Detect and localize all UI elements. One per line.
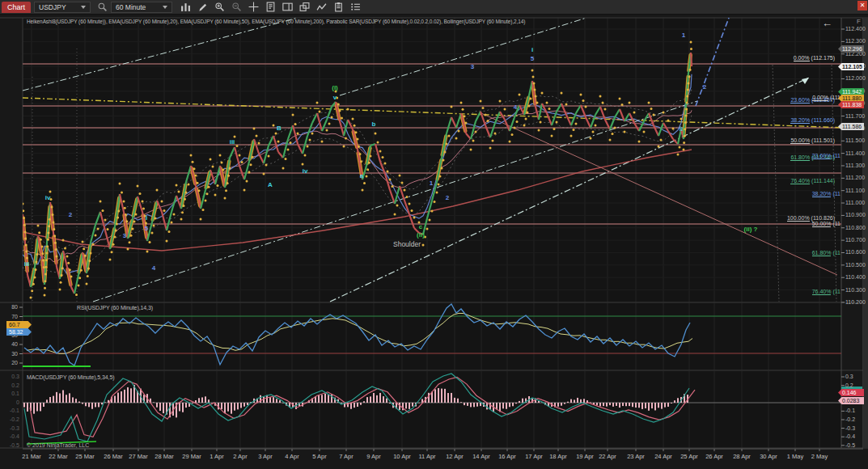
instrument-value: USDJPY bbox=[39, 3, 66, 11]
draw-icon[interactable] bbox=[197, 1, 209, 13]
windows-icon[interactable] bbox=[299, 1, 311, 13]
data-series-icon[interactable] bbox=[332, 1, 345, 13]
instrument-select[interactable]: USDJPY bbox=[34, 2, 91, 13]
window-close-button[interactable]: ✕ bbox=[857, 1, 867, 11]
toolbar-icons bbox=[177, 1, 364, 13]
collapsed-panel-label[interactable]: F bbox=[857, 18, 861, 25]
instrument-lookup-icon[interactable] bbox=[96, 1, 108, 13]
properties-icon[interactable] bbox=[349, 1, 362, 13]
indicator-zigzag-icon[interactable] bbox=[315, 1, 328, 13]
interval-value: 60 Minute bbox=[116, 3, 146, 11]
chevron-down-icon bbox=[163, 6, 167, 9]
back-arrow-button[interactable]: ← bbox=[822, 18, 832, 28]
crosshair-icon[interactable] bbox=[248, 1, 260, 13]
panel-split-icon[interactable] bbox=[282, 1, 294, 13]
chart-trader-icon[interactable] bbox=[265, 1, 277, 13]
interval-select[interactable]: 60 Minute bbox=[111, 2, 172, 13]
tab-chart[interactable]: Chart bbox=[2, 2, 31, 13]
zoom-in-icon[interactable] bbox=[214, 1, 226, 13]
chevron-down-icon bbox=[81, 6, 86, 9]
chart-canvas[interactable] bbox=[0, 0, 868, 469]
chart-area[interactable]: HeikenAshi8(USDJPY (60 Minute)), EMA(USD… bbox=[0, 15, 868, 469]
toolbar: Chart USDJPY 60 Minute ✕ bbox=[0, 0, 868, 15]
zoom-out-icon[interactable] bbox=[231, 1, 243, 13]
chart-style-icon[interactable] bbox=[180, 1, 192, 13]
